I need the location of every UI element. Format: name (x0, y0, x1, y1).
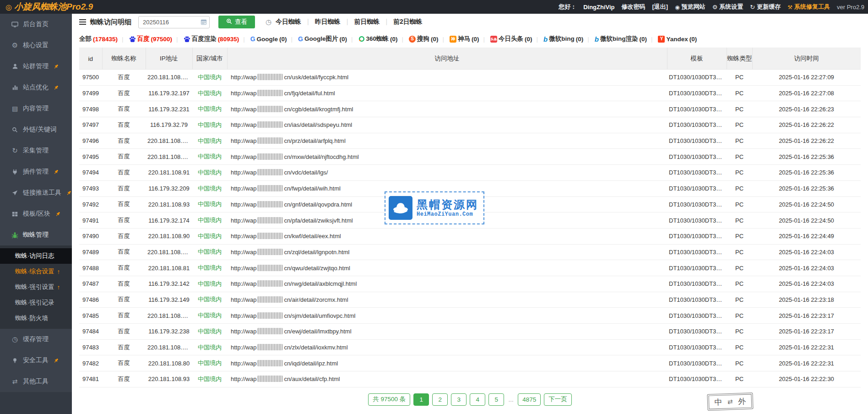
cell-spider-type: PC (727, 85, 752, 101)
filter-item[interactable]: 360蜘蛛 (0) (347, 35, 398, 43)
filter-item[interactable]: 头条 今日头条 (0) (479, 35, 532, 43)
cell-geo: 中国境内 (192, 308, 227, 324)
calendar-icon[interactable] (201, 19, 207, 25)
cell-ip: 116.179.32.79 (146, 117, 192, 133)
app-logo[interactable]: ◎ 小旋风蜘蛛池Pro2.9 (5, 1, 93, 13)
sidebar-item[interactable]: 链接推送工具 (0, 182, 72, 203)
cell-url: http://wapcn/fjq/detail/ful.html (227, 85, 667, 101)
sidebar-item[interactable]: 站群管理 (0, 56, 72, 77)
quick-link[interactable]: 今日蜘蛛 (276, 18, 301, 26)
logout-link[interactable]: [退出] (652, 3, 668, 11)
page-item[interactable]: 4 (470, 393, 485, 406)
refresh-icon: ↻ (750, 4, 755, 11)
filter-count: (178435) (93, 36, 118, 43)
filter-item[interactable]: 百度渲染 (80935) (172, 35, 239, 43)
page-item[interactable]: 3 (451, 393, 467, 406)
url-prefix: http://wap (231, 217, 256, 224)
cell-url: http://wapcn/cgb/detail/krogtmfj.html (227, 101, 667, 117)
sidebar-item[interactable]: 后台首页 (0, 14, 72, 35)
filter-item[interactable]: b 微软bing (0) (532, 35, 584, 43)
filter-item[interactable]: 百度 (97500) (118, 35, 172, 43)
cell-spider-name: 百度 (102, 70, 146, 86)
repair-tool-link[interactable]: ⚒ 系统修复工具 (787, 3, 830, 11)
url-suffix: cn/kwf/detail/eex.html (284, 233, 341, 240)
filter-item[interactable]: b 微软bing渲染 (0) (583, 35, 647, 43)
filter-item[interactable]: G Google图片 (0) (287, 35, 347, 43)
view-button[interactable]: 查看 (218, 16, 255, 28)
sidebar-item[interactable]: ⚙ 核心设置 (0, 35, 72, 56)
filter-item[interactable]: 神 神马 (0) (439, 35, 479, 43)
bulb-icon (11, 358, 19, 364)
sidebar-item[interactable]: ↻ 采集管理 (0, 140, 72, 161)
filter-item[interactable]: 全部 (178435) (79, 35, 118, 43)
system-settings-link[interactable]: ⚙ 系统设置 (712, 3, 743, 11)
change-password-link[interactable]: 修改密码 (622, 3, 646, 11)
cell-geo: 中国境内 (192, 85, 227, 101)
quick-link[interactable]: 前日蜘蛛 (341, 18, 380, 26)
translate-stamp[interactable]: 中 ⇄ 外 (707, 392, 753, 410)
page-item[interactable]: 5 (488, 393, 504, 406)
table-row: 97496 百度 220.181.108.144 中国境内 http://wap… (79, 133, 861, 149)
url-prefix: http://wap (231, 312, 256, 319)
cell-time: 2025-01-16 22:22:31 (752, 339, 861, 355)
sidebar-item[interactable]: ⇄ 其他工具 (0, 371, 72, 392)
table-body: 97500 百度 220.181.108.145 中国境内 http://wap… (79, 70, 861, 387)
sidebar-item[interactable]: 模板/区块 (0, 203, 72, 224)
page-item[interactable]: 下一页 (544, 393, 572, 406)
pin-icon (53, 85, 59, 91)
url-prefix: http://wap (231, 328, 256, 335)
url-prefix: http://wap (231, 344, 256, 351)
url-prefix: http://wap (231, 296, 256, 303)
up-arrow: ↑ (57, 268, 60, 275)
pin-icon (53, 358, 59, 364)
page-item[interactable]: 2 (432, 393, 448, 406)
url-suffix: cn/ewj/detail/lmxtbpy.html (284, 328, 351, 335)
cell-spider-type: PC (727, 165, 752, 181)
sidebar-item[interactable]: 站点优化 (0, 77, 72, 98)
quick-link[interactable]: 前2日蜘蛛 (380, 18, 422, 26)
sidebar-subitem[interactable]: 蜘蛛·访问日志 (0, 248, 72, 264)
table-row: 97485 百度 220.181.108.105 中国境内 http://wap… (79, 308, 861, 324)
cell-geo: 中国境内 (192, 101, 227, 117)
update-cache-link[interactable]: ↻ 更新缓存 (750, 3, 781, 11)
cell-url: http://wapcn/usk/detail/fyccpk.html (227, 70, 667, 86)
cell-spider-name: 百度 (102, 165, 146, 181)
cell-time: 2025-01-16 22:25:36 (752, 149, 861, 165)
watermark-subtitle: HeiMaoZiYuan.Com (417, 211, 478, 218)
page-item: ... (507, 394, 515, 405)
sidebar-item[interactable]: 蜘蛛管理 (0, 224, 72, 245)
cell-id: 97488 (79, 260, 102, 276)
filter-count: (0) (279, 36, 287, 43)
sidebar-subitem[interactable]: 蜘蛛·综合设置 ↑ (0, 264, 72, 279)
filter-item[interactable]: S 搜狗 (0) (398, 35, 439, 43)
cell-spider-type: PC (727, 212, 752, 229)
sidebar-item[interactable]: 安全工具 (0, 350, 72, 371)
sidebar-item[interactable]: ▤ 内容管理 (0, 98, 72, 119)
preview-site-link[interactable]: ◉ 预览网站 (675, 3, 705, 11)
date-input[interactable] (138, 16, 210, 28)
page-item[interactable]: 4875 (518, 393, 541, 406)
sidebar-item[interactable]: 外链/关键词 (0, 119, 72, 140)
censored-domain (257, 376, 283, 382)
stamp-right: 外 (738, 396, 746, 407)
cell-id: 97495 (79, 149, 102, 165)
cell-url: http://wapcn/air/detail/zorcmx.html (227, 292, 667, 308)
cell-template: DT1030/1030DT3673 (667, 149, 727, 165)
page-item[interactable]: 1 (413, 393, 429, 406)
person-icon (11, 63, 19, 70)
filter-item[interactable]: Y Yandex (0) (647, 36, 697, 43)
cell-template: DT1030/1030DT3673 (667, 212, 727, 229)
quick-link[interactable]: 昨日蜘蛛 (301, 18, 341, 26)
sidebar-item[interactable]: ◷ 缓存管理 (0, 329, 72, 350)
cell-ip: 116.179.32.197 (146, 85, 192, 101)
url-suffix: cn/qwu/detail/zwjtqo.html (284, 265, 350, 272)
sidebar-subitem[interactable]: 蜘蛛·强引记录 (0, 295, 72, 310)
sidebar-subitem[interactable]: 蜘蛛·防火墙 (0, 310, 72, 326)
cell-time: 2025-01-16 22:27:08 (752, 85, 861, 101)
cell-time: 2025-01-16 22:26:22 (752, 117, 861, 133)
cell-spider-name: 百度 (102, 371, 146, 387)
filter-item[interactable]: G Google (0) (239, 36, 287, 43)
sidebar-subitem[interactable]: 蜘蛛·强引设置 ↑ (0, 279, 72, 295)
sidebar-item[interactable]: 插件管理 (0, 161, 72, 182)
column-header: 蜘蛛类型 (727, 48, 752, 70)
